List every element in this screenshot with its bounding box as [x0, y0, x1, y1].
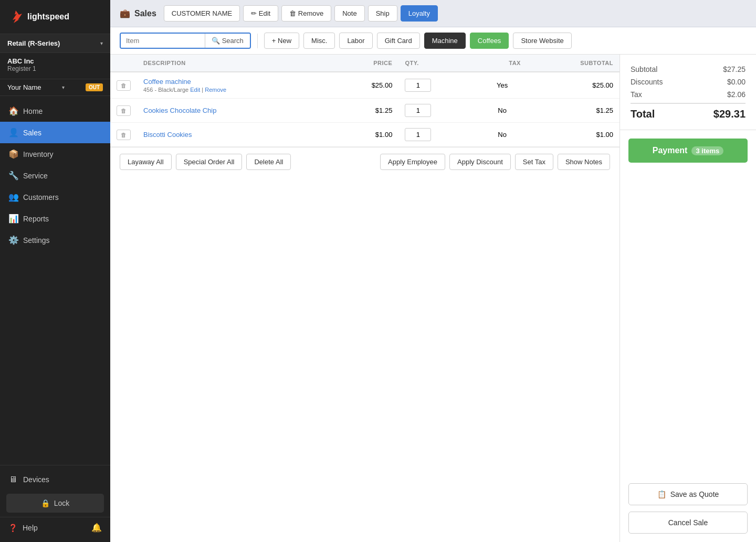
search-icon: 🔍	[212, 37, 220, 45]
special-order-all-button[interactable]: Special Order All	[176, 154, 243, 170]
coffees-button[interactable]: Coffees	[470, 33, 509, 49]
delete-row-button[interactable]: 🗑	[117, 105, 131, 116]
sales-table-wrap: DESCRIPTION PRICE QTY. TAX SUBTOTAL 🗑 Co…	[110, 55, 620, 542]
tax-row: Tax $2.06	[631, 90, 746, 99]
col-qty: QTY.	[398, 55, 477, 72]
labor-button[interactable]: Labor	[339, 33, 372, 49]
sidebar-item-label: Customers	[23, 193, 59, 201]
show-notes-button[interactable]: Show Notes	[558, 154, 610, 170]
sidebar-item-customers[interactable]: 👥 Customers	[0, 186, 110, 208]
item-remove-link[interactable]: Remove	[205, 87, 226, 93]
table-row: 🗑 Biscotti Cookies $1.00 No $1.00	[110, 123, 620, 147]
qty-input[interactable]	[405, 128, 431, 141]
main-nav: 🏠 Home 👤 Sales 📦 Inventory 🔧 Service 👥 C…	[0, 96, 110, 465]
sidebar-item-inventory[interactable]: 📦 Inventory	[0, 143, 110, 165]
ship-button[interactable]: Ship	[368, 5, 397, 22]
machine-button[interactable]: Machine	[424, 33, 466, 49]
sidebar-item-service[interactable]: 🔧 Service	[0, 165, 110, 186]
toolbar-divider	[257, 34, 258, 48]
search-button[interactable]: 🔍 Search	[205, 34, 250, 48]
delete-all-button[interactable]: Delete All	[246, 154, 291, 170]
cancel-sale-button[interactable]: Cancel Sale	[628, 512, 748, 534]
service-icon: 🔧	[8, 171, 18, 180]
user-name[interactable]: Your Name	[7, 83, 41, 91]
item-price: $1.25	[331, 99, 398, 123]
item-price: $1.00	[331, 123, 398, 147]
remove-button[interactable]: 🗑 Remove	[281, 5, 331, 22]
svg-marker-0	[13, 10, 22, 23]
sidebar-item-devices[interactable]: 🖥 Devices	[0, 470, 110, 490]
subtotal-value: $27.25	[723, 65, 746, 73]
tax-value: $2.06	[727, 90, 746, 99]
total-value: $29.31	[713, 108, 746, 120]
sidebar-item-label: Reports	[23, 215, 49, 223]
items-count-badge: 3 items	[691, 146, 723, 155]
help-label: Help	[23, 524, 38, 532]
set-tax-button[interactable]: Set Tax	[515, 154, 553, 170]
subtotal-row: Subtotal $27.25	[631, 65, 746, 73]
delete-row-button[interactable]: 🗑	[117, 130, 131, 140]
qty-input[interactable]	[405, 79, 431, 92]
lock-button[interactable]: 🔒 Lock	[6, 494, 104, 513]
item-desc: 456 - Black/Large Edit | Remove	[143, 87, 324, 93]
apply-employee-button[interactable]: Apply Employee	[380, 154, 445, 170]
delete-row-button[interactable]: 🗑	[117, 80, 131, 91]
save-as-quote-button[interactable]: 📋 Save as Quote	[628, 483, 748, 505]
customers-icon: 👥	[8, 192, 18, 202]
sidebar-item-sales[interactable]: 👤 Sales	[0, 122, 110, 143]
item-name[interactable]: Biscotti Cookies	[143, 131, 324, 139]
lock-label: Lock	[54, 499, 70, 507]
right-spacer	[620, 171, 756, 483]
user-dropdown-arrow: ▾	[62, 84, 65, 90]
gift-card-button[interactable]: Gift Card	[377, 33, 420, 49]
action-left: Layaway All Special Order All Delete All	[120, 154, 291, 170]
col-description: DESCRIPTION	[137, 55, 331, 72]
apply-discount-button[interactable]: Apply Discount	[449, 154, 511, 170]
store-selector[interactable]: Retail (R-Series) ▾	[0, 34, 110, 53]
sales-area: DESCRIPTION PRICE QTY. TAX SUBTOTAL 🗑 Co…	[110, 55, 756, 542]
store-website-button[interactable]: Store Website	[513, 33, 571, 49]
item-name[interactable]: Coffee machine	[143, 78, 324, 86]
company-name: ABC Inc	[7, 57, 103, 65]
payment-button[interactable]: Payment 3 items	[628, 139, 748, 163]
sidebar-item-label: Home	[23, 107, 43, 115]
reports-icon: 📊	[8, 214, 18, 224]
action-right: Apply Employee Apply Discount Set Tax Sh…	[380, 154, 610, 170]
customer-name-button[interactable]: CUSTOMER NAME	[164, 5, 240, 22]
help-row[interactable]: ❓ Help 🔔	[0, 517, 110, 538]
loyalty-button[interactable]: Loyalty	[401, 5, 438, 22]
item-subtotal: $1.25	[527, 99, 620, 123]
note-button[interactable]: Note	[334, 5, 364, 22]
misc-button[interactable]: Misc.	[303, 33, 335, 49]
page-title: 💼 Sales	[120, 8, 156, 18]
item-edit-link[interactable]: Edit	[190, 87, 200, 93]
logo-text: lightspeed	[27, 12, 69, 22]
page-icon: 💼	[120, 8, 130, 18]
item-price: $25.00	[331, 72, 398, 99]
action-bar: Layaway All Special Order All Delete All…	[110, 147, 620, 176]
lock-icon: 🔒	[41, 499, 50, 507]
qty-input[interactable]	[405, 104, 431, 117]
sidebar-item-label: Sales	[23, 129, 41, 137]
main-content: 💼 Sales CUSTOMER NAME ✏ Edit 🗑 Remove No…	[110, 0, 756, 542]
col-price: PRICE	[331, 55, 398, 72]
item-tax: No	[477, 99, 527, 123]
top-bar: 💼 Sales CUSTOMER NAME ✏ Edit 🗑 Remove No…	[110, 0, 756, 27]
sales-icon: 👤	[8, 127, 18, 137]
sidebar-item-home[interactable]: 🏠 Home	[0, 100, 110, 122]
item-name[interactable]: Cookies Chocolate Chip	[143, 107, 324, 114]
devices-icon: 🖥	[8, 475, 18, 484]
sidebar-item-reports[interactable]: 📊 Reports	[0, 208, 110, 229]
sidebar-item-settings[interactable]: ⚙️ Settings	[0, 229, 110, 251]
item-search-input[interactable]	[121, 34, 205, 48]
item-tax: Yes	[477, 72, 527, 99]
save-quote-label: Save as Quote	[670, 490, 719, 498]
help-icon: ❓	[8, 524, 17, 532]
lightspeed-logo-icon	[8, 9, 23, 24]
edit-button[interactable]: ✏ Edit	[243, 5, 278, 22]
layaway-all-button[interactable]: Layaway All	[120, 154, 172, 170]
sidebar-bottom: 🖥 Devices 🔒 Lock ❓ Help 🔔	[0, 465, 110, 542]
new-button[interactable]: + New	[264, 33, 299, 49]
col-tax: TAX	[477, 55, 527, 72]
order-summary: Subtotal $27.25 Discounts $0.00 Tax $2.0…	[620, 55, 756, 130]
